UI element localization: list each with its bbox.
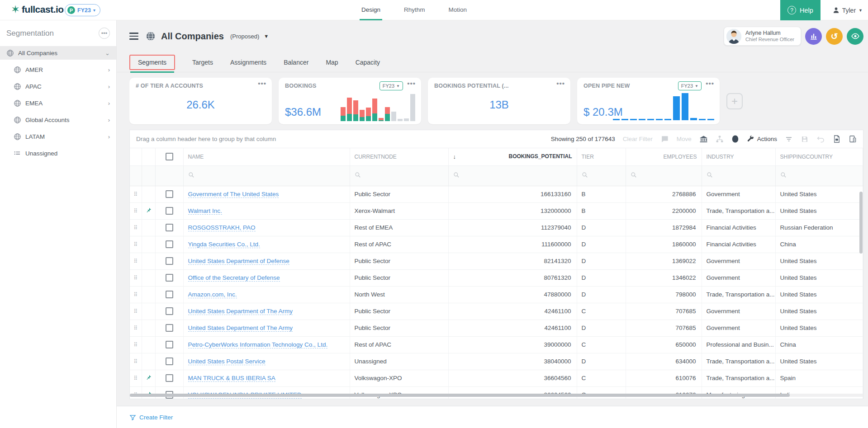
actions-button[interactable]: Actions (747, 135, 777, 143)
column-header-bookings-potential[interactable]: ↓ BOOKINGS_POTENTIAL (448, 148, 577, 165)
card-menu-icon[interactable]: ••• (706, 80, 714, 87)
sidebar-item-amer[interactable]: AMER› (0, 63, 116, 76)
sidebar-item-all-companies[interactable]: All Companies⌄ (0, 46, 116, 60)
account-link[interactable]: Yingda Securities Co., Ltd. (188, 241, 260, 248)
drag-handle[interactable]: ⠿ (130, 219, 142, 236)
plan-dropdown-icon[interactable]: ▼ (264, 33, 269, 39)
help-button[interactable]: ? Help (780, 0, 821, 20)
account-link[interactable]: Office of the Secretary of Defense (188, 274, 280, 282)
filter-input-employees[interactable] (626, 165, 702, 186)
row-checkbox[interactable] (166, 274, 173, 282)
sidebar-item-global-accounts[interactable]: Global Accounts› (0, 113, 116, 127)
card-period-dropdown[interactable]: FY23▼ (379, 81, 403, 90)
sidebar-item-apac[interactable]: APAC› (0, 80, 116, 93)
hierarchy-view-button[interactable] (699, 135, 708, 143)
column-header-employees[interactable]: EMPLOYEES (626, 148, 702, 165)
account-link[interactable]: United States Department of Defense (188, 258, 289, 265)
drag-handle[interactable]: ⠿ (130, 269, 142, 286)
filter-button[interactable] (785, 135, 793, 143)
user-menu[interactable]: Tyler ▼ (833, 0, 863, 20)
persona-card[interactable]: Arlyne Hallum Chief Revenue Officer (724, 27, 801, 46)
undo-button[interactable] (816, 135, 825, 143)
nav-tab-motion[interactable]: Motion (447, 0, 469, 20)
drag-handle[interactable]: ⠿ (130, 253, 142, 269)
columns-button[interactable] (849, 135, 857, 143)
drag-handle[interactable]: ⠿ (130, 236, 142, 253)
account-link[interactable]: United States Postal Service (188, 358, 266, 365)
tab-segments[interactable]: Segments (129, 55, 175, 70)
account-link[interactable]: Walmart Inc. (188, 207, 222, 215)
org-chart-button[interactable] (716, 135, 724, 143)
card-menu-icon[interactable]: ••• (556, 80, 565, 87)
drag-handle[interactable]: ⠿ (130, 303, 142, 320)
drag-handle[interactable]: ⠿ (130, 286, 142, 303)
tab-assignments[interactable]: Assignments (230, 54, 266, 71)
card-period-dropdown[interactable]: FY23▼ (678, 81, 702, 90)
account-link[interactable]: Petro-CyberWorks Information Technology … (188, 341, 328, 348)
filter-input-name[interactable] (183, 165, 350, 186)
vertical-scrollbar[interactable] (859, 192, 863, 254)
select-all-checkbox[interactable] (166, 153, 173, 160)
header-select-all[interactable] (155, 148, 183, 165)
column-header-tier[interactable]: TIER (577, 148, 626, 165)
tab-capacity[interactable]: Capacity (356, 54, 380, 71)
filter-input-currentnode[interactable] (350, 165, 448, 186)
nav-tab-rhythm[interactable]: Rhythm (402, 0, 427, 20)
account-link[interactable]: United States Department of The Army (188, 308, 293, 315)
horizontal-scrollbar[interactable] (130, 394, 790, 397)
row-checkbox[interactable] (166, 190, 173, 198)
drag-handle[interactable]: ⠿ (130, 370, 142, 386)
sidebar-item-latam[interactable]: LATAM› (0, 130, 116, 143)
row-checkbox[interactable] (166, 357, 173, 365)
filter-input-industry[interactable] (702, 165, 775, 186)
card-menu-icon[interactable]: ••• (407, 80, 416, 87)
column-header-industry[interactable]: INDUSTRY (702, 148, 775, 165)
card-menu-icon[interactable]: ••• (258, 80, 266, 87)
row-checkbox[interactable] (166, 207, 173, 215)
drag-handle[interactable]: ⠿ (130, 353, 142, 370)
row-checkbox[interactable] (166, 224, 173, 231)
filter-input-shippingcountry[interactable] (775, 165, 863, 186)
row-checkbox[interactable] (166, 324, 173, 332)
tab-targets[interactable]: Targets (192, 54, 213, 71)
drag-handle[interactable]: ⠿ (130, 386, 142, 399)
filter-input-tier[interactable] (577, 165, 626, 186)
row-checkbox[interactable] (166, 307, 173, 315)
drag-handle[interactable]: ⠿ (130, 186, 142, 202)
row-checkbox[interactable] (166, 374, 173, 382)
account-link[interactable]: Amazon.com, Inc. (188, 291, 237, 298)
row-checkbox[interactable] (166, 257, 173, 265)
sidebar-item-emea[interactable]: EMEA› (0, 96, 116, 110)
comment-button[interactable] (660, 135, 669, 143)
menu-icon[interactable] (129, 33, 138, 40)
record-button[interactable] (731, 135, 739, 143)
row-checkbox[interactable] (166, 240, 173, 248)
column-header-name[interactable]: NAME (183, 148, 350, 165)
account-link[interactable]: Government of The United States (188, 191, 279, 198)
analytics-button[interactable] (805, 28, 822, 45)
account-link[interactable]: MAN TRUCK & BUS IBERIA SA (188, 375, 275, 382)
move-button[interactable]: Move (677, 136, 692, 142)
add-card-button[interactable]: + (726, 93, 743, 109)
drag-handle[interactable]: ⠿ (130, 202, 142, 219)
column-header-currentnode[interactable]: CURRENTNODE (350, 148, 448, 165)
nav-tab-design[interactable]: Design (360, 0, 382, 20)
column-header-shippingcountry[interactable]: SHIPPINGCOUNTRY (775, 148, 863, 165)
account-link[interactable]: United States Department of The Army (188, 325, 293, 332)
view-button[interactable] (847, 28, 863, 45)
sidebar-item-unassigned[interactable]: Unassigned (0, 146, 116, 160)
row-checkbox[interactable] (166, 341, 173, 348)
tab-map[interactable]: Map (326, 54, 338, 71)
drag-handle[interactable]: ⠿ (130, 336, 142, 353)
sidebar-more-button[interactable]: ••• (99, 28, 110, 39)
drag-handle[interactable]: ⠿ (130, 320, 142, 336)
fiscal-year-selector[interactable]: P FY23 ▾ (65, 4, 100, 16)
save-button[interactable] (801, 135, 809, 143)
create-filter-button[interactable]: Create Filter (129, 414, 173, 421)
export-button[interactable] (833, 135, 841, 143)
account-link[interactable]: ROSGOSSTRAKH, PAO (188, 224, 256, 231)
row-checkbox[interactable] (166, 291, 173, 298)
tab-balancer[interactable]: Balancer (284, 54, 308, 71)
filter-input-bookings_potential[interactable] (448, 165, 577, 186)
clear-filter-button[interactable]: Clear Filter (623, 136, 653, 142)
